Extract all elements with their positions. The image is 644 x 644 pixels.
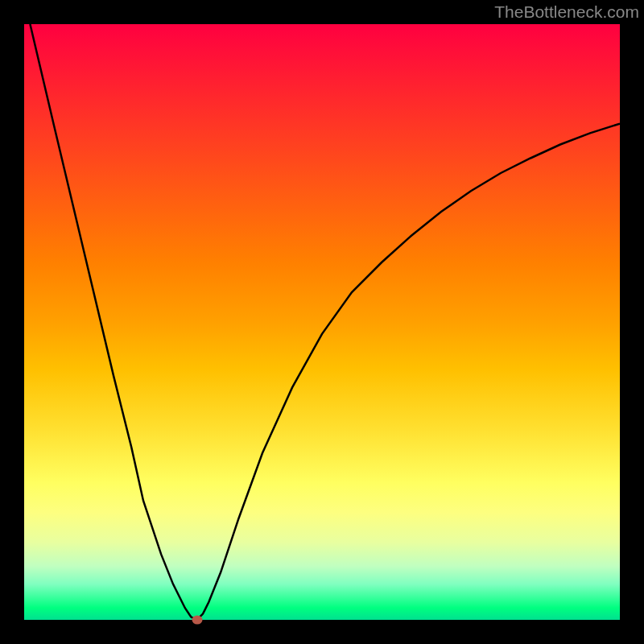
watermark-text: TheBottleneck.com [494, 2, 639, 22]
bottleneck-curve [30, 24, 620, 620]
minimum-marker [192, 616, 202, 625]
chart-container: TheBottleneck.com [0, 0, 644, 644]
curve-svg [24, 24, 620, 620]
plot-area [24, 24, 620, 620]
